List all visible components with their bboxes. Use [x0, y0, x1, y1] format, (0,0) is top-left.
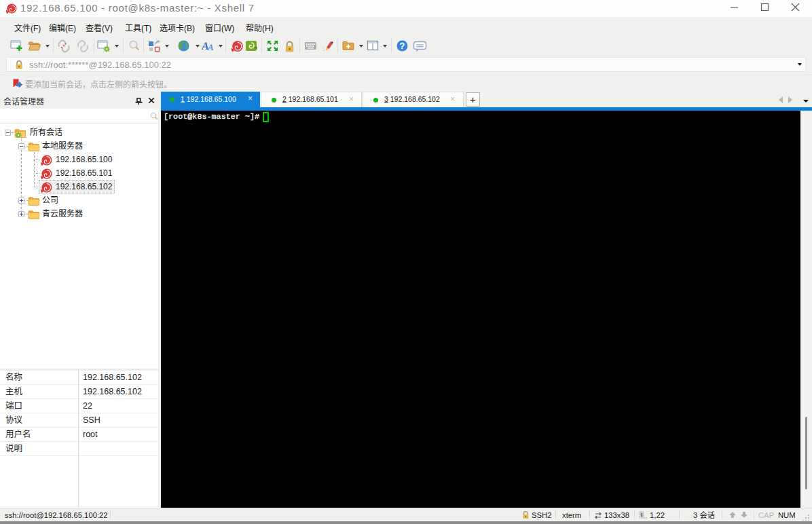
svg-text:?: ? — [400, 41, 405, 51]
svg-text:A: A — [207, 42, 214, 52]
